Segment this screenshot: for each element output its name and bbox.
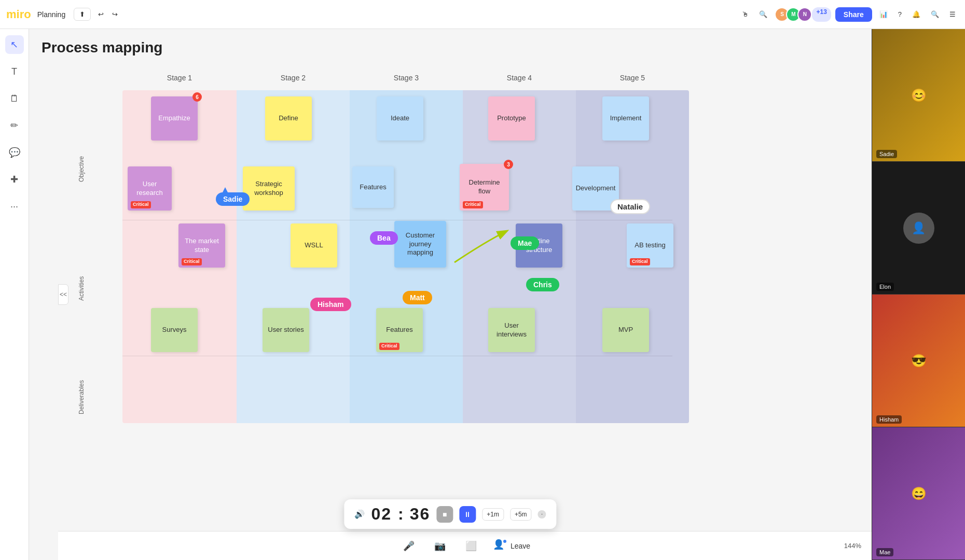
video-avatar-mae: 😄 <box>872 427 965 559</box>
cursor-label-chris: Chris <box>526 278 559 291</box>
video-name-mae: Mae <box>876 548 893 556</box>
text-tool[interactable]: T <box>5 62 24 81</box>
sticky-customer-journey[interactable]: Customer journey mapping <box>394 221 446 268</box>
critical-badge-market: Critical <box>182 258 202 265</box>
timer-add1-button[interactable]: +1m <box>482 508 504 521</box>
panel-toggle[interactable]: << <box>58 284 68 305</box>
cursor-label-bea: Bea <box>370 231 398 245</box>
volume-icon[interactable]: 🔊 <box>354 509 365 519</box>
stage2-header: Stage 2 <box>237 65 350 90</box>
video-avatar-sadie: 😊 <box>872 29 965 161</box>
sticky-mvp[interactable]: MVP <box>602 308 649 352</box>
leave-button[interactable]: 👤 Leave <box>493 539 530 553</box>
avatar-group: S M N +13 <box>775 7 831 22</box>
redo-button[interactable]: ↪ <box>109 8 121 20</box>
avatar-3: N <box>797 7 812 22</box>
sticky-define[interactable]: Define <box>265 96 312 141</box>
video-name-hisham: Hisham <box>876 415 902 424</box>
cursor-icon[interactable]: 🖱 <box>739 8 752 20</box>
cursor-label-matt: Matt <box>403 291 432 304</box>
camera-button[interactable]: 📷 <box>431 537 449 555</box>
share-button[interactable]: Share <box>835 7 872 22</box>
shape-tool[interactable]: ✚ <box>5 170 24 189</box>
video-tile-mae: 😄 Mae <box>872 427 965 560</box>
timer-seconds: 36 <box>410 505 431 524</box>
mic-button[interactable]: 🎤 <box>399 537 418 555</box>
video-tile-elon: 👤 Elon <box>872 162 965 295</box>
sticky-ideate[interactable]: Ideate <box>377 96 423 141</box>
leave-label[interactable]: Leave <box>511 542 530 550</box>
person-icon: 👤 <box>493 539 507 553</box>
stage4-header: Stage 4 <box>463 65 576 90</box>
comment-count-flow: 3 <box>504 160 513 169</box>
row-label-objective: Objective <box>78 138 85 200</box>
topbar-right: 🖱 🔍 S M N +13 Share 📊 ? 🔔 🔍 ☰ <box>739 7 959 22</box>
cursor-label-natalie: Natalie <box>610 199 650 214</box>
timer-collapse[interactable]: · <box>538 510 546 519</box>
online-dot <box>502 539 507 544</box>
sticky-features-activities[interactable]: Features <box>352 166 394 208</box>
undo-button[interactable]: ↩ <box>95 8 107 20</box>
comment-tool[interactable]: 💬 <box>5 143 24 162</box>
sticky-ab-testing[interactable]: AB testing Critical <box>627 223 673 268</box>
stage5-header: Stage 5 <box>576 65 689 90</box>
video-name-sadie: Sadie <box>876 150 897 158</box>
stage3-header: Stage 3 <box>350 65 463 90</box>
help-icon[interactable]: ? <box>895 8 905 20</box>
cursor-label-sadie: Sadie <box>216 192 250 206</box>
critical-badge-flow: Critical <box>463 201 483 208</box>
sticky-user-interviews[interactable]: User interviews <box>488 308 535 352</box>
sticky-user-research[interactable]: User research Critical <box>128 166 172 211</box>
timer-colon: : <box>398 505 404 524</box>
critical-badge-ab: Critical <box>630 258 650 265</box>
menu-icon[interactable]: ☰ <box>946 8 959 20</box>
timer-minutes: 02 <box>371 505 392 524</box>
sticky-features-deliverables[interactable]: Features Critical <box>376 308 423 352</box>
notifications-icon[interactable]: 🔔 <box>909 8 923 20</box>
sticky-surveys[interactable]: Surveys <box>151 308 198 352</box>
timer-bar: 🔊 02 : 36 ■ ⏸ +1m +5m · <box>344 499 556 529</box>
sticky-prototype[interactable]: Prototype <box>488 96 535 141</box>
process-map: Stage 1 Stage 2 Stage 3 Stage 4 Stage 5 … <box>71 65 672 423</box>
sticky-strategic-workshop[interactable]: Strategic workshop <box>243 166 295 211</box>
row-label-deliverables: Deliverables <box>78 366 85 428</box>
topbar: miro Planning ⬆ ↩ ↪ 🖱 🔍 S M N +13 Share … <box>0 0 965 29</box>
timer-stop-button[interactable]: ■ <box>436 506 453 523</box>
sticky-implement[interactable]: Implement <box>602 96 649 141</box>
bottom-bar: 🎤 📷 ⬜ 👤 Leave 144% <box>58 531 872 560</box>
select-tool[interactable]: ↖ <box>5 35 24 54</box>
row-divider-1 <box>122 220 672 220</box>
critical-badge-features: Critical <box>379 343 399 350</box>
video-tile-hisham: 😎 Hisham <box>872 295 965 427</box>
sticky-market-state[interactable]: The market state Critical <box>178 223 225 268</box>
analytics-icon[interactable]: 📊 <box>876 8 891 20</box>
sticky-wsll[interactable]: WSLL <box>291 223 337 268</box>
miro-logo: miro <box>6 8 31 21</box>
timer-add5-button[interactable]: +5m <box>510 508 532 521</box>
board-name: Planning <box>37 10 66 19</box>
video-name-elon: Elon <box>876 283 894 291</box>
stage1-header: Stage 1 <box>122 65 237 90</box>
share-screen-button[interactable]: ⬜ <box>462 537 480 555</box>
video-avatar-hisham: 😎 <box>872 295 965 427</box>
zoom-level: 144% <box>844 542 861 550</box>
sticky-user-stories[interactable]: User stories <box>263 308 309 352</box>
canvas[interactable]: Process mapping Stage 1 Stage 2 Stage 3 … <box>29 29 872 560</box>
upload-button[interactable]: ⬆ <box>74 8 91 21</box>
more-tools[interactable]: ··· <box>5 197 24 216</box>
collaborator-count[interactable]: +13 <box>812 7 831 22</box>
board-title: Process mapping <box>42 39 162 56</box>
row-divider-2 <box>122 356 672 356</box>
sticky-tool[interactable]: 🗒 <box>5 89 24 108</box>
zoom-button[interactable]: 🔍 <box>756 8 770 20</box>
search-icon[interactable]: 🔍 <box>928 8 942 20</box>
pen-tool[interactable]: ✏ <box>5 116 24 135</box>
cursor-label-mae: Mae <box>511 236 539 250</box>
sticky-determine-flow[interactable]: Determine flow Critical 3 <box>460 164 509 211</box>
video-avatar-elon: 👤 <box>903 213 934 244</box>
comment-count-empathize: 6 <box>192 92 202 102</box>
video-tile-sadie: 😊 Sadie <box>872 29 965 162</box>
timer-pause-button[interactable]: ⏸ <box>459 506 476 523</box>
sticky-empathize[interactable]: Empathize 6 <box>151 96 198 141</box>
main-area: ↖ T 🗒 ✏ 💬 ✚ ··· Process mapping Stage 1 … <box>0 29 965 560</box>
